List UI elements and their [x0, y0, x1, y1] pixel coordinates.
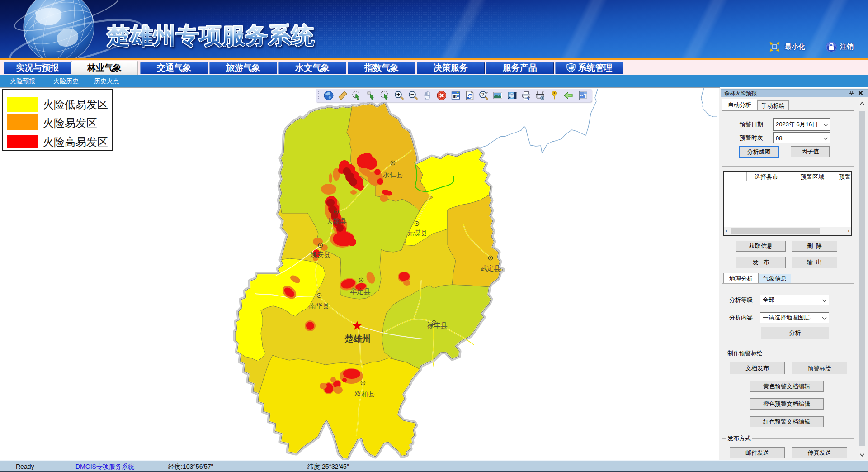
svg-text:?: ? [481, 92, 485, 97]
svg-text:大姚县: 大姚县 [326, 218, 347, 225]
svg-text:牟定县: 牟定县 [350, 288, 371, 295]
svg-text:双柏县: 双柏县 [354, 390, 375, 397]
svg-text:元谋县: 元谋县 [407, 229, 428, 237]
svg-text:楚雄州: 楚雄州 [344, 334, 371, 343]
svg-text:永仁县: 永仁县 [383, 171, 403, 178]
svg-text:南华县: 南华县 [309, 302, 330, 310]
svg-text:姚安县: 姚安县 [311, 251, 331, 258]
svg-text:禄丰县: 禄丰县 [427, 322, 448, 329]
svg-text:武定县: 武定县 [481, 265, 501, 272]
